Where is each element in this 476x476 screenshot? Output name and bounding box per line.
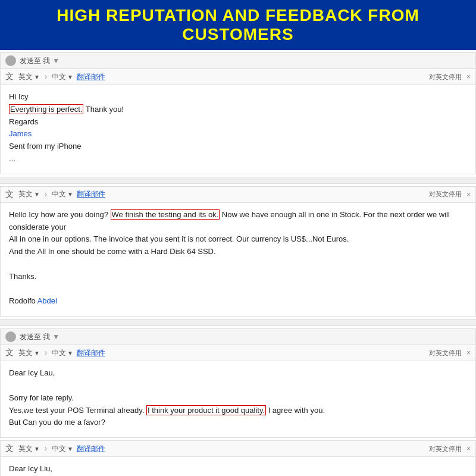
lang-arrow-right-2: ›	[45, 190, 47, 199]
close-btn-1[interactable]: ×	[466, 73, 471, 81]
lang-arrow-right-4: ›	[45, 444, 47, 453]
send-to-bar-3: 发送至 我 ▼	[1, 329, 475, 345]
email3-line2: Yes,we test your POS Terminal already. I…	[9, 405, 467, 417]
translate-bar-right-1: 对英文停用 ×	[429, 73, 471, 82]
translate-bar-4: 文 英文 ▼ › 中文 ▼ 翻译邮件 对英文停用 ×	[1, 441, 475, 457]
lang-to-label-4: 中文	[52, 444, 66, 454]
lang-to-btn-4[interactable]: 中文 ▼	[52, 444, 73, 454]
lang-from-btn-2[interactable]: 英文 ▼	[18, 189, 40, 199]
lang-to-arrow-2: ▼	[67, 191, 73, 198]
email1-dots: ...	[9, 153, 467, 165]
lang-arrow-right-3: ›	[45, 349, 47, 357]
translate-link-4[interactable]: 翻译邮件	[77, 444, 105, 454]
lang-to-arrow-3: ▼	[67, 350, 73, 356]
email3-greeting: Dear Icy Lau,	[9, 367, 467, 380]
email1-greeting: Hi Icy	[9, 91, 467, 104]
lang-arrow-right-1: ›	[45, 73, 47, 81]
translate-bar-3: 文 英文 ▼ › 中文 ▼ 翻译邮件 对英文停用 ×	[1, 345, 475, 361]
translate-icon-4: 文	[5, 443, 14, 454]
lang-to-btn-1[interactable]: 中文 ▼	[52, 72, 73, 82]
lang-from-btn-3[interactable]: 英文 ▼	[18, 348, 40, 358]
translate-bar-1: 文 英文 ▼ › 中文 ▼ 翻译邮件 对英文停用 ×	[1, 69, 475, 85]
english-only-4: 对英文停用	[429, 444, 462, 453]
lang-from-label-2: 英文	[18, 189, 33, 199]
email1-sent: Sent from my iPhone	[9, 140, 467, 153]
translate-bar-2: 文 英文 ▼ › 中文 ▼ 翻译邮件 对英文停用 ×	[1, 187, 475, 203]
lang-from-label-3: 英文	[18, 348, 33, 358]
email-body-2: Hello Icy how are you doing? We finish t…	[1, 203, 475, 316]
email-block-1: 发送至 我 ▼ 文 英文 ▼ › 中文 ▼ 翻译邮件 对英文停用 × Hi Ic…	[0, 52, 476, 174]
close-btn-3[interactable]: ×	[466, 349, 471, 357]
lang-from-arrow-4: ▼	[34, 446, 40, 452]
translate-bar-right-4: 对英文停用 ×	[429, 444, 471, 453]
send-to-text-3: 发送至 我	[20, 332, 50, 342]
translate-link-3[interactable]: 翻译邮件	[77, 348, 105, 358]
lang-from-arrow-3: ▼	[34, 350, 40, 356]
banner-text: HIGH REPUTATION AND FEEDBACK FROM CUSTOM…	[57, 6, 419, 43]
email1-line1-after: Thank you!	[86, 105, 124, 114]
email-body-4: Dear Icy Liu, How are you ? Thanks for y…	[1, 457, 475, 476]
email2-line3: And the All In one should be come with a…	[9, 246, 467, 258]
email-block-3: 发送至 我 ▼ 文 英文 ▼ › 中文 ▼ 翻译邮件 对英文停用 × Dear …	[0, 328, 476, 438]
lang-to-arrow-1: ▼	[67, 74, 73, 80]
email-body-3: Dear Icy Lau, Sorry for late reply. Yes,…	[1, 361, 475, 437]
dropdown-arrow-1[interactable]: ▼	[52, 57, 60, 65]
email1-regards: Regards	[9, 116, 467, 129]
translate-icon-3: 文	[5, 347, 14, 358]
email1-name: James	[9, 128, 467, 140]
email2-thanks: Thanks.	[9, 271, 467, 283]
lang-from-btn-4[interactable]: 英文 ▼	[18, 444, 40, 454]
email2-sig-normal: Rodolfo	[9, 296, 37, 305]
email-block-2: 文 英文 ▼ › 中文 ▼ 翻译邮件 对英文停用 × Hello Icy how…	[0, 186, 476, 317]
send-to-bar-1: 发送至 我 ▼	[1, 53, 475, 69]
lang-to-label-1: 中文	[52, 72, 66, 82]
divider-1	[0, 177, 476, 184]
avatar-3	[5, 331, 16, 342]
email3-highlight: I think your product it good quality.	[146, 405, 266, 415]
email2-line1-before: Hello Icy how are you doing?	[9, 210, 111, 219]
email4-greeting: Dear Icy Liu,	[9, 463, 467, 475]
lang-from-arrow-2: ▼	[34, 191, 40, 198]
email1-highlight: Everything is perfect.	[9, 104, 83, 114]
email3-line2-after: I agree with you.	[266, 406, 325, 415]
english-only-2: 对英文停用	[429, 190, 462, 199]
email2-sig-blue: Abdel	[37, 296, 57, 305]
email3-line3: But Can you do me a favor?	[9, 416, 467, 429]
lang-from-label-1: 英文	[18, 72, 33, 82]
email-body-1: Hi Icy Everything is perfect. Thank you!…	[1, 85, 475, 174]
lang-from-arrow-1: ▼	[34, 74, 40, 80]
english-only-1: 对英文停用	[429, 73, 462, 82]
lang-to-btn-3[interactable]: 中文 ▼	[52, 348, 73, 358]
close-btn-4[interactable]: ×	[466, 444, 471, 453]
email-block-4: 文 英文 ▼ › 中文 ▼ 翻译邮件 对英文停用 × Dear Icy Liu,…	[0, 440, 476, 476]
english-only-3: 对英文停用	[429, 349, 462, 358]
lang-to-arrow-4: ▼	[67, 446, 73, 452]
translate-icon-1: 文	[5, 71, 14, 82]
email2-highlight: We finish the testing and its ok.	[111, 209, 220, 220]
email2-signature: Rodolfo Abdel	[9, 295, 467, 308]
translate-link-1[interactable]: 翻译邮件	[77, 72, 105, 82]
close-btn-2[interactable]: ×	[466, 190, 471, 199]
lang-to-btn-2[interactable]: 中文 ▼	[52, 189, 73, 199]
lang-to-label-3: 中文	[52, 348, 66, 358]
email3-line2-before: Yes,we test your POS Terminal already.	[9, 406, 146, 415]
header-banner: HIGH REPUTATION AND FEEDBACK FROM CUSTOM…	[0, 0, 476, 50]
divider-2	[0, 319, 476, 326]
translate-bar-right-3: 对英文停用 ×	[429, 349, 471, 358]
translate-link-2[interactable]: 翻译邮件	[77, 189, 105, 199]
email2-line1: Hello Icy how are you doing? We finish t…	[9, 209, 467, 234]
lang-from-btn-1[interactable]: 英文 ▼	[18, 72, 40, 82]
email3-line1: Sorry for late reply.	[9, 392, 467, 405]
email1-line1: Everything is perfect. Thank you!	[9, 104, 467, 116]
avatar-1	[5, 55, 16, 66]
dropdown-arrow-3[interactable]: ▼	[52, 333, 60, 341]
email2-line2: All in one in our options. The invoice t…	[9, 233, 467, 246]
lang-from-label-4: 英文	[18, 444, 33, 454]
lang-to-label-2: 中文	[52, 189, 66, 199]
translate-icon-2: 文	[5, 189, 14, 200]
translate-bar-right-2: 对英文停用 ×	[429, 190, 471, 199]
send-to-text-1: 发送至 我	[20, 56, 50, 66]
